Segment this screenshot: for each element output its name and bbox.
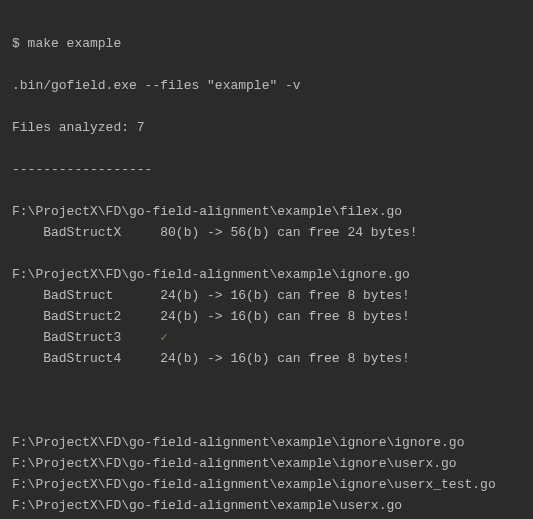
terminal-output: $ make example .bin/gofield.exe --files … (12, 12, 521, 519)
exec-line: .bin/gofield.exe --files "example" -v (12, 75, 521, 96)
struct-row: BadStruct3 ✓ (12, 327, 521, 348)
struct-row: BadStruct 24(b) -> 16(b) can free 8 byte… (12, 285, 521, 306)
file-path: F:\ProjectX\FD\go-field-alignment\exampl… (12, 432, 521, 453)
struct-row: BadStructX 80(b) -> 56(b) can free 24 by… (12, 222, 521, 243)
file-path: F:\ProjectX\FD\go-field-alignment\exampl… (12, 495, 521, 516)
divider: ------------------ (12, 159, 521, 180)
blank-line (12, 390, 521, 411)
file-path: F:\ProjectX\FD\go-field-alignment\exampl… (12, 474, 521, 495)
analyzed-line: Files analyzed: 7 (12, 117, 521, 138)
extra-paths: F:\ProjectX\FD\go-field-alignment\exampl… (12, 432, 521, 516)
file-sections: F:\ProjectX\FD\go-field-alignment\exampl… (12, 201, 521, 369)
file-path: F:\ProjectX\FD\go-field-alignment\exampl… (12, 201, 521, 222)
command: make example (28, 36, 122, 51)
command-line: $ make example (12, 33, 521, 54)
blank-line (12, 243, 521, 264)
file-path: F:\ProjectX\FD\go-field-alignment\exampl… (12, 264, 521, 285)
struct-row: BadStruct4 24(b) -> 16(b) can free 8 byt… (12, 348, 521, 369)
file-path: F:\ProjectX\FD\go-field-alignment\exampl… (12, 453, 521, 474)
prompt: $ (12, 36, 28, 51)
struct-row: BadStruct2 24(b) -> 16(b) can free 8 byt… (12, 306, 521, 327)
